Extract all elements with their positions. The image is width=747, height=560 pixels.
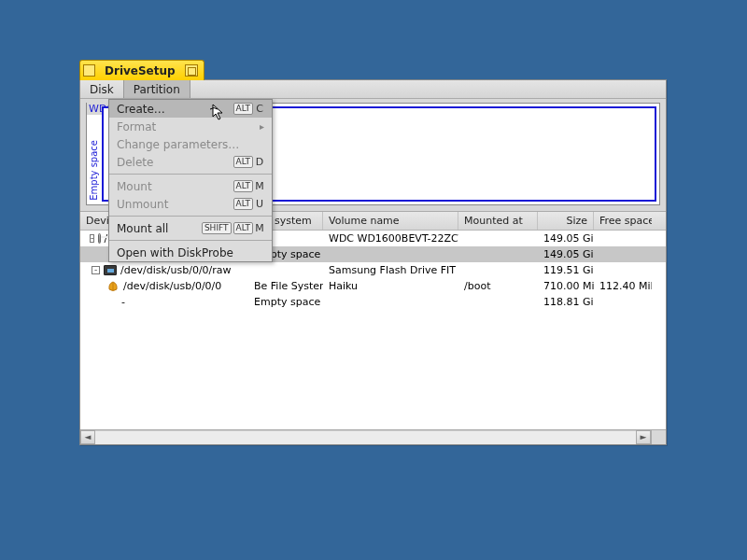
col-free[interactable]: Free space <box>594 212 652 230</box>
cell-device: /dev/disk/usb/0/0/0 <box>123 280 221 292</box>
cell-free <box>594 254 652 256</box>
drivesetup-window: DriveSetup Disk Partition WDC W Empty sp… <box>79 79 667 445</box>
cell-mounted <box>458 254 538 256</box>
menubar: Disk Partition <box>80 80 666 99</box>
scroll-left-icon[interactable]: ◄ <box>80 430 95 444</box>
cell-mounted <box>458 238 538 240</box>
expander-icon[interactable]: - <box>90 234 94 243</box>
cell-size: 118.81 GiB <box>538 295 594 309</box>
cell-size: 710.00 MiB <box>538 279 594 293</box>
table-row[interactable]: -Empty space118.81 GiB <box>80 294 666 310</box>
shortcut: ALT C <box>233 103 264 115</box>
shortcut: SHIFT ALT M <box>202 222 264 234</box>
menu-item-mount: Mount ALT M <box>109 177 272 195</box>
menu-disk[interactable]: Disk <box>80 80 123 98</box>
cell-mounted <box>458 270 538 272</box>
col-mounted[interactable]: Mounted at <box>458 212 538 230</box>
scroll-right-icon[interactable]: ► <box>636 430 651 444</box>
menu-item-create[interactable]: Create… ALT C <box>109 100 272 118</box>
cell-free <box>594 301 652 303</box>
menu-item-label: Open with DiskProbe <box>117 246 233 259</box>
col-size[interactable]: Size <box>538 212 594 230</box>
menu-item-unmount: Unmount ALT U <box>109 195 272 213</box>
cell-volume: Haiku <box>323 279 458 293</box>
scroll-track[interactable] <box>95 430 636 444</box>
menu-item-label: Delete <box>117 156 153 169</box>
shortcut: ALT U <box>233 198 264 210</box>
menu-partition[interactable]: Partition <box>123 80 190 98</box>
scroll-corner <box>651 430 666 444</box>
cell-device: /dev/disk/usb/0/0/raw <box>120 264 232 276</box>
cell-size: 149.05 GiB <box>538 231 594 245</box>
menu-item-change-parameters: Change parameters… <box>109 135 272 153</box>
diskmap-empty-label: Empty space <box>89 140 99 201</box>
cell-volume <box>323 301 458 303</box>
menu-item-label: Mount <box>117 180 152 193</box>
cell-size: 119.51 GiB <box>538 263 594 277</box>
cell-filesystem <box>248 270 323 272</box>
cell-free <box>594 270 652 272</box>
menu-separator <box>109 240 272 241</box>
menu-separator <box>109 174 272 175</box>
haiku-leaf-icon <box>106 281 120 292</box>
submenu-arrow-icon: ▸ <box>260 121 264 132</box>
horizontal-scrollbar[interactable]: ◄ ► <box>80 429 666 444</box>
cell-filesystem: Empty space <box>248 295 323 309</box>
cell-mounted <box>458 301 538 303</box>
menu-item-label: Unmount <box>117 198 168 211</box>
menu-item-label: Mount all <box>117 222 168 235</box>
menu-item-open-diskprobe[interactable]: Open with DiskProbe <box>109 244 272 261</box>
table-row[interactable]: -/dev/disk/usb/0/0/rawSamsung Flash Driv… <box>80 262 666 278</box>
shortcut: ALT D <box>233 156 264 168</box>
menu-item-mount-all[interactable]: Mount all SHIFT ALT M <box>109 219 272 237</box>
table-row[interactable]: /dev/disk/usb/0/0/0Be File SystemHaiku/b… <box>80 278 666 294</box>
cell-filesystem: Be File System <box>248 279 323 293</box>
window-title: DriveSetup <box>101 64 179 77</box>
cell-device: - <box>121 296 125 308</box>
cell-volume: WDC WD1600BEVT-22ZCT0 <box>323 231 458 245</box>
cell-mounted: /boot <box>458 279 538 293</box>
partition-menu-dropdown: Create… ALT C Format ▸ Change parameters… <box>108 99 273 262</box>
cell-size: 149.05 GiB <box>538 247 594 261</box>
menu-item-format: Format ▸ <box>109 118 272 135</box>
titlebar[interactable]: DriveSetup <box>79 60 204 80</box>
zoom-icon[interactable] <box>185 64 198 77</box>
hard-disk-icon <box>98 233 100 244</box>
col-volume[interactable]: Volume name <box>323 212 458 230</box>
menu-separator <box>109 216 272 217</box>
cell-free <box>594 238 652 240</box>
menu-item-delete: Delete ALT D <box>109 153 272 171</box>
menu-item-label: Format <box>117 120 156 133</box>
usb-disk-icon <box>104 265 117 275</box>
close-icon[interactable] <box>83 64 95 77</box>
cell-volume: Samsung Flash Drive FIT 1100 <box>323 263 458 277</box>
shortcut: ALT M <box>233 180 264 192</box>
cell-volume <box>323 254 458 256</box>
menu-item-label: Create… <box>117 103 165 116</box>
expander-icon[interactable]: - <box>92 266 100 274</box>
cell-free: 112.40 MiB <box>594 279 652 293</box>
menu-item-label: Change parameters… <box>117 138 239 151</box>
